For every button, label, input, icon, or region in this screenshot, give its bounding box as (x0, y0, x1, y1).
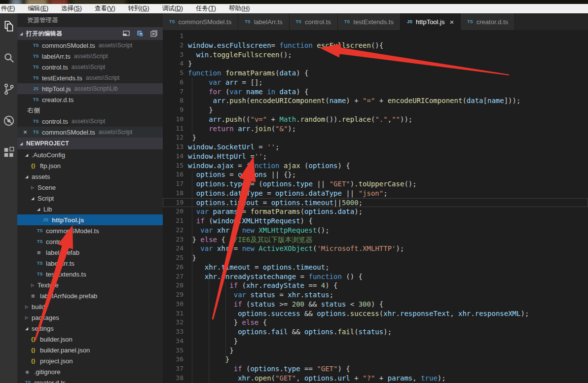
open-editor-labelArr.ts[interactable]: ×TSlabelArr.tsassets\Script (17, 51, 163, 62)
tree-item-ftp.json[interactable]: {}ftp.json (17, 160, 163, 171)
close-all-editors-icon[interactable] (150, 30, 158, 37)
code-editor[interactable]: 12window.escFullscreen= function escFull… (163, 30, 588, 383)
tree-item-project.json[interactable]: {}project.json (17, 355, 163, 366)
line-number[interactable]: 26 (163, 263, 184, 272)
menu-item-v[interactable]: 查看(V) (88, 4, 122, 13)
menu-item-h[interactable]: 帮助(H) (222, 4, 256, 13)
line-number[interactable]: 21 (163, 216, 184, 226)
search-icon[interactable] (2, 51, 16, 65)
code-line[interactable]: 29 var status = xhr.status; (163, 290, 588, 300)
line-number[interactable]: 25 (163, 253, 184, 263)
code-line[interactable]: 34 } (163, 337, 588, 346)
code-line[interactable]: 1 (163, 32, 588, 41)
menu-item-t[interactable]: 任务(T) (189, 4, 222, 13)
code-line[interactable]: 25 } (163, 253, 588, 263)
line-number[interactable]: 24 (163, 244, 184, 253)
tab-labelArr.ts[interactable]: TSlabelArr.ts (238, 13, 289, 30)
code-line[interactable]: 20 var params = formatParams(options.dat… (163, 207, 588, 216)
line-number[interactable]: 18 (163, 189, 184, 198)
line-number[interactable]: 2 (163, 41, 184, 50)
explorer-icon[interactable] (2, 19, 16, 33)
code-line[interactable]: 21 if (window.XMLHttpRequest) { (163, 216, 588, 226)
tree-item-.gitignore[interactable]: ◈.gitignore (17, 366, 163, 377)
menu-item-f[interactable]: 件(F) (0, 4, 21, 13)
line-number[interactable]: 34 (163, 337, 184, 346)
code-line[interactable]: 9 } (163, 105, 588, 115)
tab-creator.d.ts[interactable]: TScreator.d.ts (461, 13, 515, 30)
code-line[interactable]: 2window.escFullscreen= function escFulls… (163, 41, 588, 50)
line-number[interactable]: 6 (163, 78, 184, 87)
code-line[interactable]: 22 var xhr = new XMLHttpRequest(); (163, 226, 588, 235)
line-number[interactable]: 16 (163, 170, 184, 179)
line-number[interactable]: 19 (163, 198, 184, 208)
line-number[interactable]: 29 (163, 290, 184, 300)
line-number[interactable]: 7 (163, 87, 184, 97)
code-line[interactable]: 27 xhr.onreadystatechange = function () … (163, 272, 588, 281)
line-number[interactable]: 10 (163, 115, 184, 124)
line-number[interactable]: 11 (163, 124, 184, 134)
code-line[interactable]: 31 options.success && options.success(xh… (163, 309, 588, 318)
tree-item-creator.d.ts[interactable]: TScreator.d.ts (17, 377, 163, 383)
open-editor-testExtends.ts[interactable]: ×TStestExtends.tsassets\Script (17, 72, 163, 83)
tree-item-builder.json[interactable]: {}builder.json (17, 334, 163, 345)
code-line[interactable]: 28 if (xhr.readyState == 4) { (163, 281, 588, 290)
line-number[interactable]: 33 (163, 327, 184, 337)
tree-item-labelArr.ts[interactable]: TSlabelArr.ts (17, 258, 163, 269)
open-editor-commonSModel.ts[interactable]: ×TScommonSModel.tsassets\Script (17, 127, 163, 138)
menu-item-s[interactable]: 选择(S) (55, 4, 88, 13)
code-line[interactable]: 6 var arr = []; (163, 78, 588, 87)
line-number[interactable]: 4 (163, 59, 184, 69)
tree-item-Texture[interactable]: ▷Texture (17, 279, 163, 290)
code-line[interactable]: 12 } (163, 133, 588, 142)
project-section-header[interactable]: ◢ NEWPROJECT (17, 138, 163, 149)
code-line[interactable]: 5function formatParams(data) { (163, 69, 588, 78)
code-line[interactable]: 3 win.toggleFullscreen(); (163, 50, 588, 60)
line-number[interactable]: 1 (163, 32, 184, 41)
line-number[interactable]: 5 (163, 69, 184, 78)
code-line[interactable]: 38 xhr.open("GET", options.url + "?" + p… (163, 374, 588, 383)
tab-commonSModel.ts[interactable]: TScommonSModel.ts (163, 13, 238, 30)
tree-item-settings[interactable]: ◢settings (17, 323, 163, 334)
code-line[interactable]: 19 options.timeout = options.timeout||50… (163, 198, 588, 208)
code-line[interactable]: 37 if (options.type == "GET") { (163, 364, 588, 374)
line-number[interactable]: 22 (163, 226, 184, 235)
tree-item-builder.panel.json[interactable]: {}builder.panel.json (17, 345, 163, 355)
line-number[interactable]: 13 (163, 142, 184, 152)
line-number[interactable]: 30 (163, 300, 184, 309)
line-number[interactable]: 36 (163, 355, 184, 364)
code-line[interactable]: 30 if (status >= 200 && status < 300) { (163, 300, 588, 309)
line-number[interactable]: 3 (163, 50, 184, 60)
code-line[interactable]: 33 options.fail && options.fail(status); (163, 327, 588, 337)
line-number[interactable]: 23 (163, 235, 184, 244)
code-line[interactable]: 36 } (163, 355, 588, 364)
code-line[interactable]: 10 arr.push(("v=" + Math.random()).repla… (163, 115, 588, 124)
tree-item-packages[interactable]: ▷packages (17, 312, 163, 323)
line-number[interactable]: 12 (163, 133, 184, 142)
tree-item-commonSModel.ts[interactable]: TScommonSModel.ts (17, 225, 163, 236)
line-number[interactable]: 37 (163, 364, 184, 374)
line-number[interactable]: 8 (163, 96, 184, 105)
code-line[interactable]: 18 options.dataType = options.dataType |… (163, 189, 588, 198)
tree-item-assets[interactable]: ◢assets (17, 171, 163, 182)
debug-icon[interactable] (2, 114, 16, 128)
tree-item-control.ts[interactable]: TScontrol.ts (17, 236, 163, 247)
line-number[interactable]: 28 (163, 281, 184, 290)
tab-control.ts[interactable]: TScontrol.ts (290, 13, 338, 30)
tree-item-httpTool.js[interactable]: JShttpTool.js (17, 214, 163, 225)
code-line[interactable]: 8 arr.push(encodeURIComponent(name) + "=… (163, 96, 588, 105)
code-line[interactable]: 4} (163, 59, 588, 69)
close-icon[interactable]: × (450, 18, 454, 26)
code-line[interactable]: 26 xhr.timeout = options.timeout; (163, 263, 588, 272)
line-number[interactable]: 32 (163, 318, 184, 327)
tree-item-.AutoConfig[interactable]: ◢.AutoConfig (17, 149, 163, 160)
menu-item-e[interactable]: 编辑(E) (21, 4, 55, 13)
line-number[interactable]: 20 (163, 207, 184, 216)
line-number[interactable]: 35 (163, 346, 184, 355)
close-icon[interactable]: × (21, 127, 29, 138)
menu-item-d[interactable]: 调试(D) (156, 4, 189, 13)
code-line[interactable]: 11 return arr.join("&"); (163, 124, 588, 134)
line-number[interactable]: 31 (163, 309, 184, 318)
code-line[interactable]: 15window.ajax = function ajax (options) … (163, 161, 588, 171)
tree-item-testExtends.ts[interactable]: TStestExtends.ts (17, 269, 163, 279)
line-number[interactable]: 27 (163, 272, 184, 281)
